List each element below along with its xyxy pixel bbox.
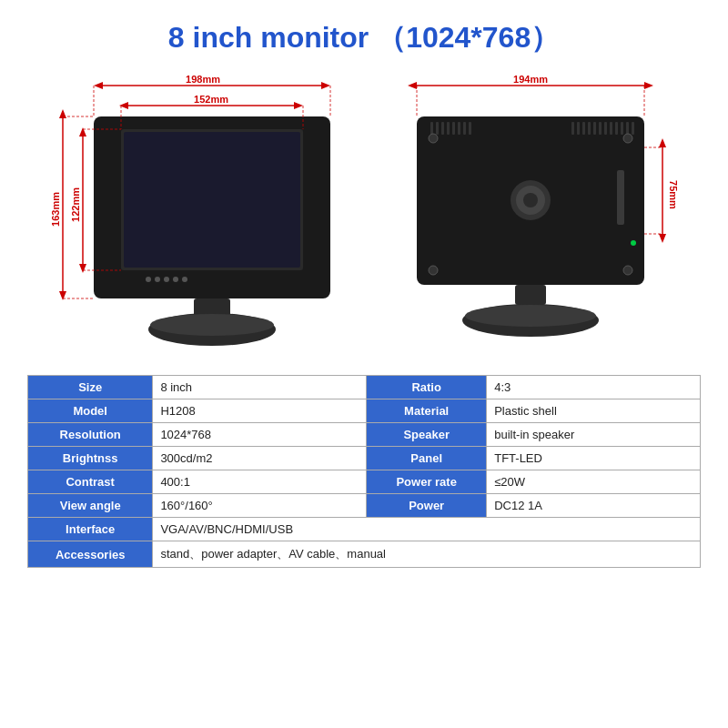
svg-rect-40 [452, 122, 455, 135]
svg-rect-42 [463, 122, 466, 135]
label-accessories: Accessories [28, 541, 153, 568]
svg-point-58 [523, 193, 538, 207]
label-ratio: Ratio [367, 376, 487, 399]
svg-point-21 [164, 277, 169, 282]
label-contrast: Contrast [28, 470, 153, 494]
label-model: Model [28, 399, 153, 423]
svg-text:75mm: 75mm [668, 180, 679, 209]
svg-marker-69 [408, 82, 417, 89]
spec-row-brightness: Brightnss 300cd/m2 Panel TFT-LED [28, 447, 701, 470]
svg-marker-70 [644, 82, 653, 89]
svg-rect-55 [632, 122, 634, 135]
monitor-front: 198mm 152mm 163mm 122mm [48, 75, 358, 357]
svg-marker-14 [79, 264, 86, 273]
spec-row-model: Model H1208 Material Plastic shell [28, 399, 701, 423]
svg-marker-2 [321, 82, 330, 89]
label-brightness: Brightnss [28, 447, 153, 470]
svg-marker-13 [79, 127, 86, 136]
label-panel: Panel [367, 447, 487, 470]
svg-rect-38 [441, 122, 444, 135]
svg-rect-65 [515, 285, 546, 305]
value-ratio: 4:3 [487, 376, 701, 399]
label-interface: Interface [28, 518, 153, 541]
svg-rect-53 [621, 122, 623, 135]
svg-text:163mm: 163mm [50, 192, 61, 227]
svg-point-22 [173, 277, 178, 282]
svg-marker-76 [659, 234, 666, 243]
svg-rect-47 [588, 122, 591, 135]
value-power: DC12 1A [487, 494, 701, 518]
spec-row-contrast: Contrast 400:1 Power rate ≤20W [28, 470, 701, 494]
spec-row-resolution: Resolution 1024*768 Speaker built-in spe… [28, 423, 701, 447]
svg-marker-5 [119, 102, 128, 109]
monitor-front-svg: 198mm 152mm 163mm 122mm [48, 75, 358, 357]
svg-text:198mm: 198mm [186, 75, 220, 85]
value-brightness: 300cd/m2 [153, 447, 367, 470]
value-contrast: 400:1 [153, 470, 367, 494]
svg-rect-37 [436, 122, 439, 135]
value-speaker: built-in speaker [487, 423, 701, 447]
label-power: Power [367, 494, 487, 518]
page-title: 8 inch monitor （1024*768） [168, 18, 560, 58]
svg-rect-43 [469, 122, 471, 135]
svg-point-60 [623, 134, 632, 143]
svg-rect-46 [582, 122, 585, 135]
svg-marker-6 [294, 102, 303, 109]
svg-rect-45 [577, 122, 580, 135]
monitor-back: 194mm 75mm [399, 75, 681, 357]
svg-point-59 [429, 134, 438, 143]
label-speaker: Speaker [367, 423, 487, 447]
label-size: Size [28, 376, 153, 399]
value-accessories: stand、power adapter、AV cable、manual [153, 541, 701, 568]
svg-point-26 [150, 314, 274, 336]
svg-rect-49 [599, 122, 602, 135]
svg-rect-18 [124, 132, 300, 268]
value-material: Plastic shell [487, 399, 701, 423]
svg-rect-63 [617, 170, 624, 225]
svg-rect-39 [447, 122, 450, 135]
svg-point-62 [623, 266, 632, 275]
label-resolution: Resolution [28, 423, 153, 447]
svg-marker-75 [659, 138, 666, 147]
svg-rect-44 [571, 122, 574, 135]
value-size: 8 inch [153, 376, 367, 399]
spec-row-interface: Interface VGA/AV/BNC/HDMI/USB [28, 518, 701, 541]
svg-point-23 [182, 277, 187, 282]
svg-rect-41 [458, 122, 460, 135]
svg-point-67 [465, 305, 596, 327]
monitors-section: 198mm 152mm 163mm 122mm [27, 75, 701, 357]
value-view-angle: 160°/160° [153, 494, 367, 518]
value-interface: VGA/AV/BNC/HDMI/USB [153, 518, 701, 541]
specs-table: Size 8 inch Ratio 4:3 Model H1208 Materi… [27, 375, 701, 568]
spec-row-view-angle: View angle 160°/160° Power DC12 1A [28, 494, 701, 518]
value-resolution: 1024*768 [153, 423, 367, 447]
svg-marker-10 [59, 291, 66, 300]
svg-point-64 [631, 240, 636, 246]
svg-rect-51 [610, 122, 612, 135]
svg-point-19 [146, 277, 151, 282]
label-power-rate: Power rate [367, 470, 487, 494]
value-panel: TFT-LED [487, 447, 701, 470]
svg-point-20 [155, 277, 160, 282]
svg-marker-9 [59, 109, 66, 118]
svg-text:152mm: 152mm [194, 94, 228, 105]
svg-marker-1 [94, 82, 103, 89]
page: 8 inch monitor （1024*768） 198mm 152mm 16… [0, 0, 728, 728]
svg-text:194mm: 194mm [513, 75, 548, 85]
label-view-angle: View angle [28, 494, 153, 518]
value-model: H1208 [153, 399, 367, 423]
svg-rect-48 [593, 122, 596, 135]
svg-rect-50 [604, 122, 607, 135]
svg-rect-54 [626, 122, 629, 135]
spec-row-size: Size 8 inch Ratio 4:3 [28, 376, 701, 399]
value-power-rate: ≤20W [487, 470, 701, 494]
svg-rect-52 [615, 122, 618, 135]
svg-text:122mm: 122mm [70, 187, 81, 222]
svg-rect-36 [430, 122, 433, 135]
monitor-back-svg: 194mm 75mm [399, 75, 681, 357]
svg-point-61 [429, 266, 438, 275]
label-material: Material [367, 399, 487, 423]
spec-row-accessories: Accessories stand、power adapter、AV cable… [28, 541, 701, 568]
